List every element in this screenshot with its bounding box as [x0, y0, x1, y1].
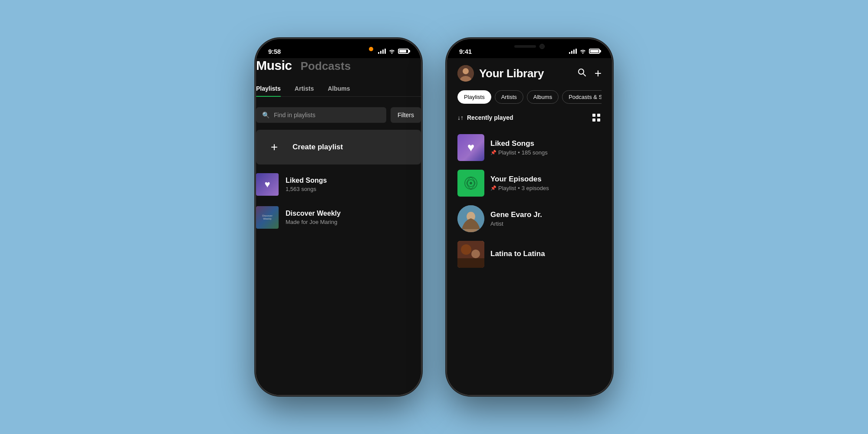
heart-lib-icon: ♥ — [467, 141, 475, 155]
discover-art: DiscoverWeekly — [256, 206, 279, 229]
episodes-meta: 📌 Playlist • 3 episodes — [490, 185, 602, 191]
episodes-thumb — [457, 170, 484, 197]
filters-button[interactable]: Filters — [391, 107, 421, 123]
discover-weekly-item[interactable]: DiscoverWeekly Discover Weekly Made for … — [256, 201, 421, 234]
search-row: 🔍 Find in playlists Filters — [256, 107, 421, 123]
screen-content: Music Podcasts Playlists Artists Albums … — [256, 58, 421, 395]
sub-tabs: Playlists Artists Albums — [256, 85, 421, 97]
grid-icon[interactable] — [591, 112, 602, 123]
latina-art — [457, 241, 484, 268]
tab-albums[interactable]: Albums — [328, 85, 350, 96]
episodes-count: 3 episodes — [522, 185, 549, 191]
latina-thumb — [457, 241, 484, 268]
library-item-latina[interactable]: Latina to Latina — [457, 237, 602, 272]
liked-songs-lib-thumb: ♥ — [457, 134, 484, 161]
library-item-gene[interactable]: Gene Evaro Jr. Artist — [457, 201, 602, 237]
gene-meta-type: Artist — [490, 220, 503, 227]
main-tabs: Music Podcasts — [256, 58, 421, 73]
svg-rect-6 — [597, 118, 600, 122]
status-icons — [378, 49, 409, 54]
avatar-svg — [457, 65, 474, 82]
search-box[interactable]: 🔍 Find in playlists — [256, 107, 386, 123]
search-button[interactable] — [576, 67, 587, 80]
orange-dot — [369, 47, 373, 51]
status-icons-2 — [569, 49, 600, 54]
library-title: Your Library — [479, 67, 571, 80]
status-bar: 9:58 — [256, 39, 421, 58]
chip-artists[interactable]: Artists — [495, 90, 523, 104]
phone-2: 9:41 — [447, 39, 612, 395]
liked-songs-bullet: • — [518, 149, 520, 156]
status-time: 9:58 — [268, 48, 281, 55]
tab-podcasts[interactable]: Podcasts — [301, 59, 351, 73]
episodes-name: Your Episodes — [490, 175, 602, 184]
signal-bar-4 — [385, 49, 386, 54]
signal-icon — [378, 49, 386, 54]
gene-art — [457, 205, 484, 232]
library-header: Your Library + — [457, 65, 602, 82]
latina-info: Latina to Latina — [490, 250, 602, 260]
liked-songs-item[interactable]: ♥ Liked Songs 1,563 songs — [256, 168, 421, 201]
sort-text: Recently played — [467, 114, 513, 121]
search-placeholder: Find in playlists — [274, 112, 316, 118]
sort-label[interactable]: ↓↑ Recently played — [457, 114, 513, 121]
discover-weekly-meta: Made for Joe Maring — [286, 219, 421, 225]
gene-info: Gene Evaro Jr. Artist — [490, 210, 602, 227]
phone-1: 9:58 — [256, 39, 421, 395]
phones-container: 9:58 — [256, 39, 612, 395]
user-avatar[interactable] — [457, 65, 474, 82]
latina-name: Latina to Latina — [490, 250, 602, 258]
svg-rect-5 — [592, 118, 595, 122]
speaker — [514, 45, 536, 48]
episodes-icon — [463, 175, 479, 191]
tab-music[interactable]: Music — [256, 58, 292, 73]
search-icon-2 — [576, 67, 587, 77]
library-item-liked-songs[interactable]: ♥ Liked Songs 📌 Playlist • 185 songs — [457, 130, 602, 165]
header-actions: + — [576, 66, 602, 80]
pin-icon-episodes: 📌 — [490, 185, 496, 191]
create-playlist-label: Create playlist — [293, 143, 343, 151]
create-playlist-item[interactable]: + Create playlist — [256, 130, 421, 164]
add-button[interactable]: + — [595, 66, 602, 80]
episodes-info: Your Episodes 📌 Playlist • 3 episodes — [490, 175, 602, 191]
liked-songs-lib-meta: 📌 Playlist • 185 songs — [490, 149, 602, 156]
liked-songs-count: 185 songs — [522, 149, 548, 156]
signal-bar-3 — [382, 49, 384, 54]
wifi-icon — [388, 49, 395, 54]
svg-point-9 — [470, 182, 472, 184]
search-icon: 🔍 — [262, 112, 270, 118]
gene-name: Gene Evaro Jr. — [490, 210, 602, 219]
discover-weekly-name: Discover Weekly — [286, 210, 421, 217]
wifi-icon-2 — [579, 49, 586, 54]
tab-artists[interactable]: Artists — [295, 85, 314, 96]
chip-playlists[interactable]: Playlists — [457, 90, 491, 104]
sort-arrows-icon: ↓↑ — [457, 114, 464, 121]
liked-songs-info: Liked Songs 1,563 songs — [286, 177, 421, 192]
library-item-episodes[interactable]: Your Episodes 📌 Playlist • 3 episodes — [457, 165, 602, 201]
svg-point-14 — [461, 244, 471, 255]
status-time-2: 9:41 — [459, 48, 472, 55]
signal-icon-2 — [569, 49, 577, 54]
signal-bar-2 — [380, 51, 381, 54]
discover-weekly-thumbnail: DiscoverWeekly — [256, 206, 279, 229]
screen-content-2: Your Library + Playlists Artists Al — [447, 58, 612, 395]
heart-icon: ♥ — [264, 179, 270, 190]
tab-playlists[interactable]: Playlists — [256, 85, 281, 96]
discover-text: DiscoverWeekly — [262, 214, 272, 220]
svg-rect-4 — [597, 114, 600, 117]
liked-songs-meta-type: Playlist — [498, 149, 516, 156]
signal-bar-1 — [378, 52, 379, 54]
chip-podcasts[interactable]: Podcasts & Sho — [562, 90, 602, 104]
svg-point-1 — [463, 68, 469, 74]
filter-chips: Playlists Artists Albums Podcasts & Sho — [457, 90, 602, 104]
liked-songs-name: Liked Songs — [286, 177, 421, 184]
pin-icon-liked: 📌 — [490, 150, 496, 155]
notch-2 — [495, 39, 564, 54]
discover-weekly-info: Discover Weekly Made for Joe Maring — [286, 210, 421, 225]
svg-rect-16 — [457, 258, 484, 268]
battery-icon-2 — [589, 49, 600, 54]
liked-songs-lib-name: Liked Songs — [490, 139, 602, 148]
gene-meta: Artist — [490, 220, 602, 227]
chip-albums[interactable]: Albums — [527, 90, 559, 104]
battery-fill — [399, 50, 406, 53]
